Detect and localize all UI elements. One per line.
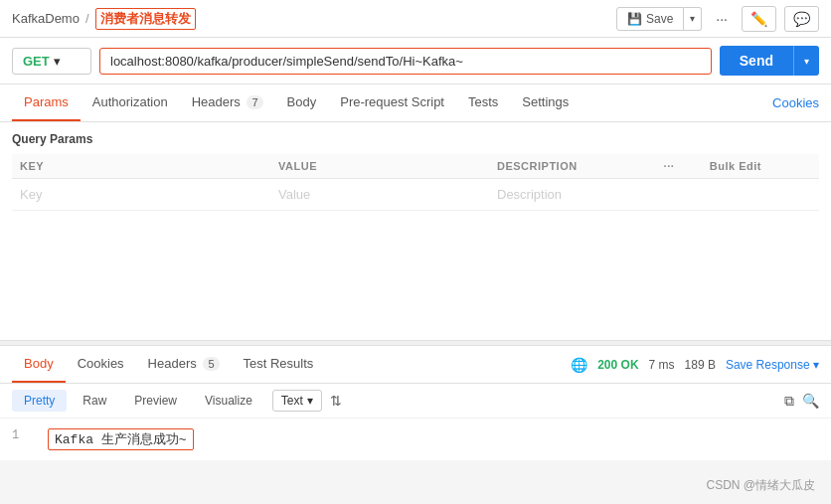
col-key: KEY xyxy=(12,154,270,179)
comment-icon-button[interactable]: 💬 xyxy=(784,6,819,32)
send-dropdown-button[interactable]: ▾ xyxy=(793,46,819,76)
tab-headers[interactable]: Headers 7 xyxy=(180,84,275,121)
tab-settings[interactable]: Settings xyxy=(510,84,581,121)
fmt-tab-visualize[interactable]: Visualize xyxy=(193,390,264,412)
fmt-tab-preview[interactable]: Preview xyxy=(122,390,189,412)
text-type-dropdown-icon: ▾ xyxy=(307,394,313,408)
empty-params-area xyxy=(0,221,831,340)
tab-authorization[interactable]: Authorization xyxy=(81,84,180,121)
table-row: Key Value Description xyxy=(12,179,819,211)
globe-icon: 🌐 xyxy=(571,357,587,373)
save-icon: 💾 xyxy=(627,12,642,26)
fmt-tab-pretty[interactable]: Pretty xyxy=(12,390,67,412)
save-response-button[interactable]: Save Response ▾ xyxy=(726,358,819,372)
method-select[interactable]: GET ▾ xyxy=(12,48,91,75)
key-placeholder[interactable]: Key xyxy=(20,187,42,202)
url-input-wrapper xyxy=(99,48,712,75)
tab-response-cookies[interactable]: Cookies xyxy=(66,346,136,383)
breadcrumb-sep: / xyxy=(85,11,89,26)
tab-pre-request[interactable]: Pre-request Script xyxy=(328,84,456,121)
headers-badge: 7 xyxy=(247,95,262,109)
watermark: CSDN @情绪大瓜皮 xyxy=(706,477,815,494)
search-icon[interactable]: 🔍 xyxy=(802,393,819,409)
format-bar-left: Pretty Raw Preview Visualize Text ▾ ⇅ xyxy=(12,390,342,412)
response-body: 1 Kafka 生产消息成功~ xyxy=(0,419,831,460)
tab-response-body[interactable]: Body xyxy=(12,346,66,383)
line-number: 1 xyxy=(12,428,32,442)
request-tabs: Params Authorization Headers 7 Body Pre-… xyxy=(12,84,581,121)
method-dropdown-icon: ▾ xyxy=(54,54,61,69)
send-button-group: Send ▾ xyxy=(720,46,819,76)
top-bar: KafkaDemo / 消费者消息转发 💾 Save ▾ ··· ✏️ 💬 xyxy=(0,0,831,38)
save-label: Save xyxy=(646,12,673,26)
breadcrumb-project: KafkaDemo xyxy=(12,11,80,26)
tab-params[interactable]: Params xyxy=(12,84,81,121)
url-input[interactable] xyxy=(110,54,701,69)
breadcrumb-request-name: 消费者消息转发 xyxy=(95,8,196,30)
send-button[interactable]: Send xyxy=(720,46,793,76)
text-type-select[interactable]: Text ▾ xyxy=(272,390,322,412)
edit-icon-button[interactable]: ✏️ xyxy=(742,6,776,32)
col-value: VALUE xyxy=(270,154,489,179)
params-table: KEY VALUE DESCRIPTION ··· Bulk Edit Key … xyxy=(12,154,819,211)
format-bar: Pretty Raw Preview Visualize Text ▾ ⇅ ⧉ … xyxy=(0,384,831,419)
line-content: Kafka 生产消息成功~ xyxy=(48,428,194,450)
response-tabs: Body Cookies Headers 5 Test Results xyxy=(12,346,325,383)
format-bar-right: ⧉ 🔍 xyxy=(784,393,819,410)
section-title: Query Params xyxy=(12,132,819,146)
request-tab-bar: Params Authorization Headers 7 Body Pre-… xyxy=(0,84,831,122)
status-ok: 200 OK xyxy=(597,358,638,372)
response-status-bar: 🌐 200 OK 7 ms 189 B Save Response ▾ xyxy=(571,357,819,373)
save-dropdown-button[interactable]: ▾ xyxy=(684,7,702,31)
response-area: Body Cookies Headers 5 Test Results 🌐 20… xyxy=(0,346,831,460)
params-area: Query Params KEY VALUE DESCRIPTION ··· B… xyxy=(0,122,831,221)
value-placeholder[interactable]: Value xyxy=(278,187,310,202)
save-button[interactable]: 💾 Save xyxy=(616,7,684,31)
tab-test-results[interactable]: Test Results xyxy=(232,346,326,383)
response-size: 189 B xyxy=(685,358,716,372)
cookies-link[interactable]: Cookies xyxy=(772,85,819,120)
breadcrumb: KafkaDemo / 消费者消息转发 xyxy=(12,8,196,30)
url-bar: GET ▾ Send ▾ xyxy=(0,38,831,84)
col-bulk-edit[interactable]: Bulk Edit xyxy=(702,154,819,179)
response-time: 7 ms xyxy=(649,358,675,372)
tab-tests[interactable]: Tests xyxy=(456,84,510,121)
fmt-tab-raw[interactable]: Raw xyxy=(71,390,118,412)
save-button-group: 💾 Save ▾ xyxy=(616,7,702,31)
tab-response-headers[interactable]: Headers 5 xyxy=(136,346,232,383)
desc-placeholder[interactable]: Description xyxy=(497,187,562,202)
tab-body[interactable]: Body xyxy=(275,84,329,121)
col-description: DESCRIPTION xyxy=(489,154,656,179)
response-headers-badge: 5 xyxy=(203,357,219,371)
format-tabs: Pretty Raw Preview Visualize xyxy=(12,390,264,412)
sort-icon[interactable]: ⇅ xyxy=(330,393,342,409)
more-options-button[interactable]: ··· xyxy=(710,7,734,31)
col-dots: ··· xyxy=(656,154,702,179)
response-line-1: 1 Kafka 生产消息成功~ xyxy=(0,426,831,452)
method-text: GET xyxy=(23,54,50,69)
copy-icon[interactable]: ⧉ xyxy=(784,393,794,410)
top-bar-actions: 💾 Save ▾ ··· ✏️ 💬 xyxy=(616,6,819,32)
response-tab-bar: Body Cookies Headers 5 Test Results 🌐 20… xyxy=(0,346,831,384)
